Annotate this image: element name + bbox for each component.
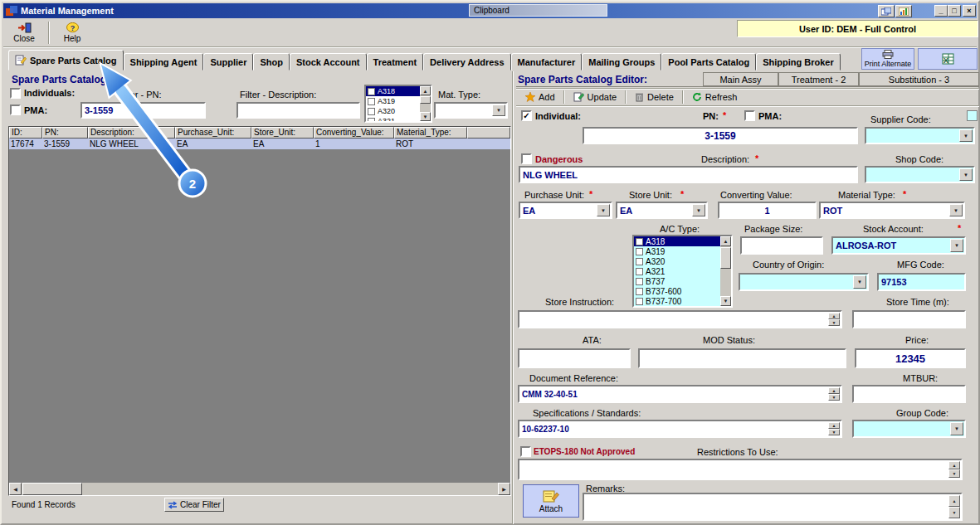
tab-shipping-broker[interactable]: Shipping Broker: [756, 53, 841, 70]
column-header-id[interactable]: ID:: [9, 127, 42, 139]
dropdown-arrow-icon[interactable]: ▼: [492, 105, 505, 116]
spin-down-icon[interactable]: ▼: [948, 507, 960, 518]
item-checkbox[interactable]: [636, 298, 643, 305]
scroll-up-icon[interactable]: ▲: [420, 86, 431, 95]
mat-type-combo[interactable]: ▼: [434, 102, 508, 119]
column-header-store-unit[interactable]: Store_Unit:: [251, 127, 314, 139]
item-checkbox[interactable]: [636, 248, 643, 255]
mfg-code-input[interactable]: 97153: [877, 273, 966, 291]
spin-up-icon[interactable]: ▲: [828, 387, 840, 394]
scroll-up-icon[interactable]: ▲: [720, 236, 731, 246]
package-size-input[interactable]: [740, 236, 823, 255]
delete-button[interactable]: Delete: [629, 90, 680, 105]
ac-filter-listbox[interactable]: A318 A319 A320 A321 ▲ ▼: [364, 85, 432, 123]
horizontal-scrollbar[interactable]: ◀ ▶: [9, 483, 510, 495]
spinner[interactable]: ▲▼: [828, 313, 840, 326]
scroll-right-icon[interactable]: ▶: [498, 483, 510, 495]
country-of-origin-combo[interactable]: ▼: [739, 273, 869, 291]
item-checkbox[interactable]: [636, 288, 643, 295]
dropdown-arrow-icon[interactable]: ▼: [950, 422, 963, 435]
tab-treatment[interactable]: Treatment: [367, 53, 424, 70]
spin-up-icon[interactable]: ▲: [828, 313, 840, 319]
supplier-code-combo[interactable]: ▼: [865, 127, 975, 144]
item-checkbox[interactable]: [636, 238, 643, 245]
store-instruction-input[interactable]: ▲▼: [518, 310, 842, 328]
document-reference-input[interactable]: CMM 32-40-51 ▲▼: [518, 385, 842, 403]
refresh-button[interactable]: Refresh: [686, 90, 744, 105]
store-unit-combo[interactable]: EA ▼: [616, 202, 708, 219]
clear-filter-button[interactable]: Clear Filter: [164, 498, 224, 512]
item-checkbox[interactable]: [636, 278, 643, 285]
material-type-combo[interactable]: ROT ▼: [819, 202, 965, 219]
editor-tab-treatment[interactable]: Treatment - 2: [778, 72, 859, 86]
spin-down-icon[interactable]: ▼: [828, 429, 840, 435]
dropdown-arrow-icon[interactable]: ▼: [959, 168, 973, 181]
converting-value-input[interactable]: 1: [718, 202, 817, 219]
add-button[interactable]: Add: [519, 90, 561, 105]
dropdown-arrow-icon[interactable]: ▼: [853, 275, 866, 289]
tab-manufacturer[interactable]: Manufacturer: [511, 53, 583, 70]
price-input[interactable]: 12345: [855, 348, 966, 368]
list-item[interactable]: A319: [366, 96, 420, 106]
list-item[interactable]: B737: [634, 276, 720, 286]
spin-up-icon[interactable]: ▲: [948, 495, 960, 507]
individuals-checkbox[interactable]: [10, 88, 21, 99]
stock-account-combo[interactable]: ALROSA-ROT ▼: [831, 236, 966, 255]
maximize-button[interactable]: □: [948, 5, 961, 17]
scroll-down-icon[interactable]: ▼: [420, 112, 431, 121]
scroll-left-icon[interactable]: ◀: [9, 483, 22, 495]
purchase-unit-combo[interactable]: EA ▼: [519, 202, 612, 219]
item-checkbox[interactable]: [368, 88, 375, 95]
dropdown-arrow-icon[interactable]: ▼: [949, 204, 963, 216]
export-excel-button[interactable]: X: [918, 48, 978, 70]
dropdown-arrow-icon[interactable]: ▼: [692, 204, 705, 216]
attach-button[interactable]: Attach: [523, 484, 579, 518]
dropdown-arrow-icon[interactable]: ▼: [950, 239, 963, 252]
spin-down-icon[interactable]: ▼: [828, 319, 840, 326]
remarks-input[interactable]: ▲▼: [583, 493, 963, 521]
filter-description-input[interactable]: [236, 102, 360, 119]
spinner[interactable]: ▲▼: [828, 387, 840, 401]
list-item[interactable]: B737-600: [634, 286, 720, 296]
item-checkbox[interactable]: [368, 98, 375, 105]
list-item[interactable]: A319: [634, 246, 720, 256]
spin-down-icon[interactable]: ▼: [828, 394, 840, 401]
store-time-input[interactable]: [852, 310, 966, 328]
tab-stock-account[interactable]: Stock Account: [290, 53, 367, 70]
scroll-down-icon[interactable]: ▼: [720, 296, 731, 306]
titlebar-tool-button-2[interactable]: [895, 5, 912, 17]
list-item[interactable]: B737-700: [634, 296, 720, 306]
list-item[interactable]: A321: [634, 266, 720, 276]
restrictions-input[interactable]: ▲▼: [518, 459, 963, 480]
titlebar-tool-button-1[interactable]: [878, 5, 895, 17]
column-header-material-type[interactable]: Material_Type:: [394, 127, 467, 139]
scroll-thumb[interactable]: [420, 96, 431, 104]
spin-down-icon[interactable]: ▼: [948, 469, 960, 478]
item-checkbox[interactable]: [636, 258, 643, 265]
shop-code-combo[interactable]: ▼: [865, 166, 975, 183]
spin-up-icon[interactable]: ▲: [828, 422, 840, 429]
update-button[interactable]: Update: [568, 90, 622, 105]
editor-tab-main-assy[interactable]: Main Assy: [703, 72, 778, 86]
item-checkbox[interactable]: [368, 108, 375, 115]
minimize-button[interactable]: _: [934, 5, 948, 17]
mtbur-input[interactable]: [852, 385, 966, 403]
pn-input[interactable]: 3-1559: [583, 127, 858, 144]
etops-checkbox[interactable]: [520, 446, 531, 457]
individual-checkbox[interactable]: ✓: [521, 110, 532, 121]
print-alternate-button[interactable]: Print Alternate: [861, 48, 914, 70]
clipboard-window-titlebar[interactable]: Clipboard: [469, 4, 607, 17]
spinner[interactable]: ▲▼: [948, 461, 960, 478]
editor-tab-substitution[interactable]: Substitution - 3: [859, 72, 979, 86]
tab-mailing-groups[interactable]: Mailing Groups: [582, 53, 661, 70]
dangerous-checkbox[interactable]: [521, 153, 532, 164]
item-checkbox[interactable]: [636, 268, 643, 275]
spinner[interactable]: ▲▼: [948, 495, 960, 518]
specifications-input[interactable]: 10-62237-10 ▲▼: [518, 420, 842, 438]
list-item[interactable]: A318: [366, 86, 420, 96]
close-button[interactable]: Close: [7, 20, 41, 45]
mod-status-input[interactable]: [638, 348, 846, 368]
tab-delivery-address[interactable]: Delivery Address: [423, 53, 510, 70]
column-header-converting-value[interactable]: Converting_Value:: [314, 127, 394, 139]
close-window-button[interactable]: ×: [963, 5, 976, 17]
